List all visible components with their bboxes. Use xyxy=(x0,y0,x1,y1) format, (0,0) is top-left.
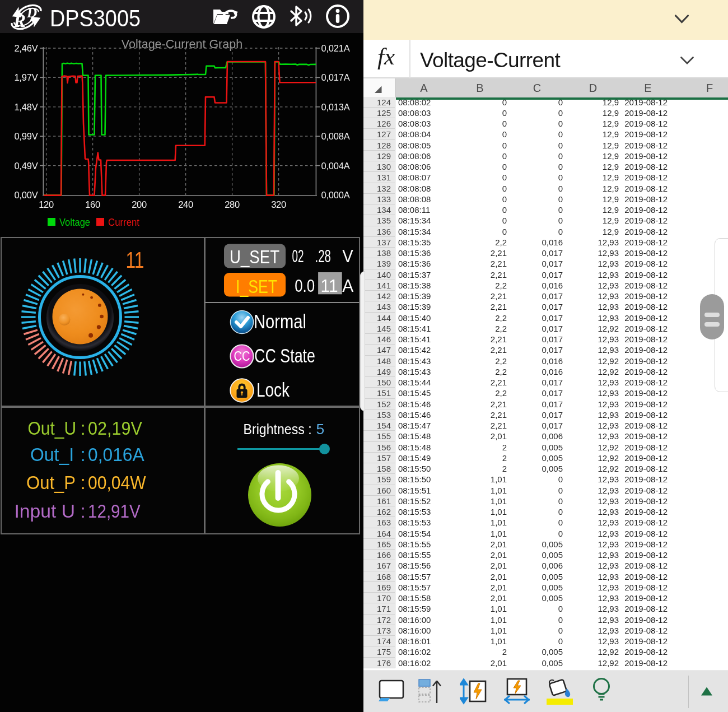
svg-text::: : xyxy=(81,501,86,522)
svg-text:CC State: CC State xyxy=(254,345,315,366)
svg-text:320: 320 xyxy=(271,199,286,210)
svg-text:Voltage-Current Graph: Voltage-Current Graph xyxy=(122,38,242,51)
svg-text:Normal: Normal xyxy=(254,310,306,332)
svg-text:Lock: Lock xyxy=(256,379,290,401)
svg-text:0,021A: 0,021A xyxy=(321,43,350,53)
svg-text::: : xyxy=(81,472,86,493)
svg-text:0,99V: 0,99V xyxy=(14,131,38,141)
svg-text:U_SET: U_SET xyxy=(230,246,279,267)
svg-text:CC: CC xyxy=(234,349,250,364)
svg-text:Brightness :: Brightness : xyxy=(244,421,312,438)
svg-text:2,46V: 2,46V xyxy=(14,43,38,53)
svg-text::: : xyxy=(81,444,86,465)
svg-text:280: 280 xyxy=(225,199,240,210)
svg-text:200: 200 xyxy=(132,199,147,210)
svg-text:0,004A: 0,004A xyxy=(321,161,350,171)
svg-text:R: R xyxy=(13,11,26,31)
svg-text:Out_I: Out_I xyxy=(30,444,74,465)
svg-text:160: 160 xyxy=(85,199,100,210)
svg-text:02,19V: 02,19V xyxy=(88,418,142,439)
svg-text:00,04W: 00,04W xyxy=(88,472,146,493)
svg-text:0,000A: 0,000A xyxy=(321,190,350,200)
svg-text:0.0: 0.0 xyxy=(295,276,315,296)
svg-text:5: 5 xyxy=(316,421,325,438)
svg-text:1,48V: 1,48V xyxy=(14,102,38,112)
svg-text:0,00V: 0,00V xyxy=(14,190,38,200)
svg-text:0,008A: 0,008A xyxy=(321,131,350,141)
svg-text:.28: .28 xyxy=(315,246,332,266)
svg-text:Voltage: Voltage xyxy=(59,216,90,228)
svg-text:Input U: Input U xyxy=(15,501,76,522)
svg-text:A: A xyxy=(342,276,353,296)
svg-text:Current: Current xyxy=(108,216,139,228)
svg-text:Out_U: Out_U xyxy=(28,418,77,439)
svg-text:11: 11 xyxy=(321,276,338,296)
svg-text:11: 11 xyxy=(126,246,144,273)
svg-text:0,49V: 0,49V xyxy=(14,161,38,171)
svg-text:Out_P: Out_P xyxy=(26,472,76,493)
svg-text:0,016A: 0,016A xyxy=(88,444,144,465)
svg-text:240: 240 xyxy=(178,199,193,210)
svg-text:1,97V: 1,97V xyxy=(14,72,38,82)
svg-text:02: 02 xyxy=(292,246,304,266)
svg-text:D: D xyxy=(26,5,37,20)
svg-text:120: 120 xyxy=(39,199,54,210)
svg-text:12,91V: 12,91V xyxy=(88,501,141,522)
svg-text:V: V xyxy=(342,246,353,266)
svg-text:0,017A: 0,017A xyxy=(321,72,350,82)
svg-text:I_SET: I_SET xyxy=(236,276,277,297)
svg-text::: : xyxy=(81,418,86,439)
svg-text:0,013A: 0,013A xyxy=(321,102,350,112)
